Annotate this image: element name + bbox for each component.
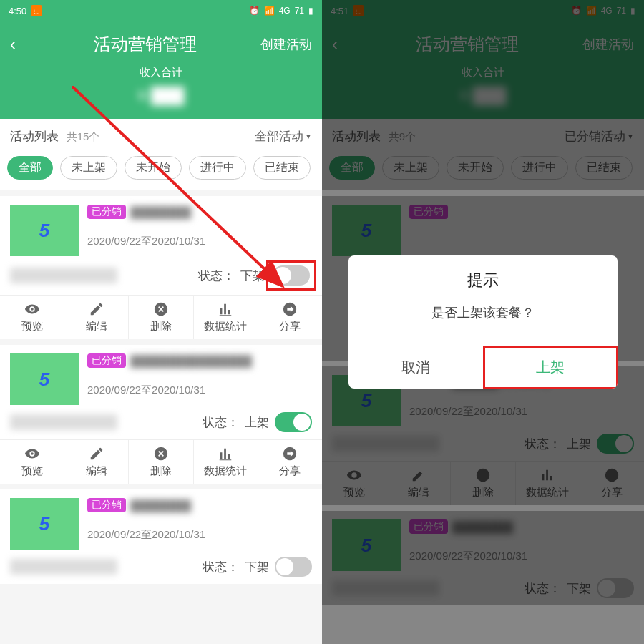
date-range: 2020/09/22至2020/10/31 (87, 384, 312, 397)
pill-unlisted[interactable]: 未上架 (60, 156, 117, 180)
pill-ongoing[interactable]: 进行中 (189, 156, 246, 180)
activity-card: 5 已分销████████ 2020/09/22至2020/10/31 状态： … (0, 196, 322, 339)
alarm-icon: ⏰ (249, 6, 260, 16)
state-value: 上架 (245, 414, 269, 431)
network: 4G (279, 6, 291, 16)
state-label: 状态： (203, 414, 239, 431)
share-icon (282, 446, 298, 462)
create-button[interactable]: 创建活动 (260, 36, 312, 53)
income-label: 收入合计 (0, 66, 322, 79)
list-header: 活动列表 共15个 全部活动▼ (0, 119, 322, 153)
screen-left: 4:50 ⬚ ⏰ 📶 4G 71 ▮ ‹ 活动营销管理 创建活动 收入合计 ¥ … (0, 0, 322, 644)
pill-ended[interactable]: 已结束 (253, 156, 311, 180)
x-circle-icon (153, 446, 169, 462)
time: 4:50 (9, 6, 26, 16)
chevron-down-icon: ▼ (305, 132, 312, 140)
activity-title: ████████████████ (130, 355, 312, 367)
dist-tag: 已分销 (87, 498, 126, 512)
confirm-dialog: 提示 是否上架该套餐？ 取消 上架 (348, 255, 618, 389)
stats-button[interactable]: 数据统计 (194, 296, 258, 339)
statusbar: 4:50 ⬚ ⏰ 📶 4G 71 ▮ (0, 0, 322, 21)
x-circle-icon (153, 301, 169, 317)
share-button[interactable]: 分享 (258, 440, 322, 484)
page-title: 活动营销管理 (94, 33, 197, 56)
state-value: 下架 (245, 559, 269, 575)
sales-info (10, 414, 117, 430)
action-row: 预览 编辑 删除 数据统计 分享 (0, 295, 322, 339)
notif-icon: ⬚ (31, 5, 42, 16)
activity-card: 5 已分销████████████████ 2020/09/22至2020/10… (0, 345, 322, 484)
dist-tag: 已分销 (87, 205, 126, 219)
date-range: 2020/09/22至2020/10/31 (87, 235, 312, 248)
status-toggle[interactable] (273, 265, 310, 286)
screen-right: 4:51 ⬚ ⏰ 📶 4G 71 ▮ ‹ 活动营销管理 创建活动 收入合计 ¥ … (322, 0, 644, 644)
state-label: 状态： (198, 268, 235, 284)
activity-card: 5 已分销████████ 2020/09/22至2020/10/31 状态： … (0, 489, 322, 584)
thumbnail[interactable]: 5 (10, 498, 79, 550)
eye-icon (24, 446, 40, 462)
thumbnail[interactable]: 5 (10, 205, 79, 256)
cancel-button[interactable]: 取消 (348, 346, 484, 389)
sales-info (10, 559, 117, 575)
battery: 71 (295, 6, 304, 16)
stats-button[interactable]: 数据统计 (194, 440, 258, 484)
list-count: 共15个 (67, 130, 100, 142)
pill-notstarted[interactable]: 未开始 (125, 156, 182, 180)
status-toggle[interactable] (275, 412, 312, 432)
filter-pills: 全部 未上架 未开始 进行中 已结束 (0, 153, 322, 190)
date-range: 2020/09/22至2020/10/31 (87, 528, 312, 542)
filter-dropdown[interactable]: 全部活动▼ (255, 128, 312, 145)
bar-chart-icon (218, 446, 233, 462)
pencil-icon (89, 301, 104, 317)
back-button[interactable]: ‹ (10, 34, 30, 54)
state-label: 状态： (203, 559, 239, 575)
edit-button[interactable]: 编辑 (64, 296, 129, 339)
battery-icon: ▮ (308, 6, 313, 16)
thumbnail[interactable]: 5 (10, 353, 79, 405)
delete-button[interactable]: 删除 (129, 440, 193, 484)
income-amount: ¥ ███ (0, 87, 322, 105)
dist-tag: 已分销 (87, 353, 126, 368)
dialog-title: 提示 (348, 255, 618, 300)
share-icon (282, 301, 298, 317)
confirm-button[interactable]: 上架 (484, 346, 618, 389)
modal-overlay[interactable]: 提示 是否上架该套餐？ 取消 上架 (322, 0, 644, 644)
header: 4:50 ⬚ ⏰ 📶 4G 71 ▮ ‹ 活动营销管理 创建活动 收入合计 ¥ … (0, 0, 322, 119)
bar-chart-icon (218, 301, 233, 317)
preview-button[interactable]: 预览 (0, 296, 64, 339)
edit-button[interactable]: 编辑 (64, 440, 129, 484)
income-summary: 收入合计 ¥ ███ (0, 62, 322, 119)
list-label: 活动列表 (10, 130, 59, 143)
activity-title: ████████ (130, 499, 312, 512)
pencil-icon (89, 446, 104, 462)
activity-title: ████████ (130, 206, 312, 218)
preview-button[interactable]: 预览 (0, 440, 64, 484)
action-row: 预览 编辑 删除 数据统计 分享 (0, 439, 322, 484)
wifi-icon: 📶 (264, 6, 275, 16)
state-value: 下架 (240, 268, 265, 284)
status-toggle[interactable] (275, 557, 312, 577)
share-button[interactable]: 分享 (258, 296, 322, 339)
eye-icon (24, 301, 40, 317)
sales-info (10, 268, 117, 283)
dialog-message: 是否上架该套餐？ (348, 300, 618, 346)
delete-button[interactable]: 删除 (129, 296, 193, 339)
pill-all[interactable]: 全部 (7, 156, 53, 180)
